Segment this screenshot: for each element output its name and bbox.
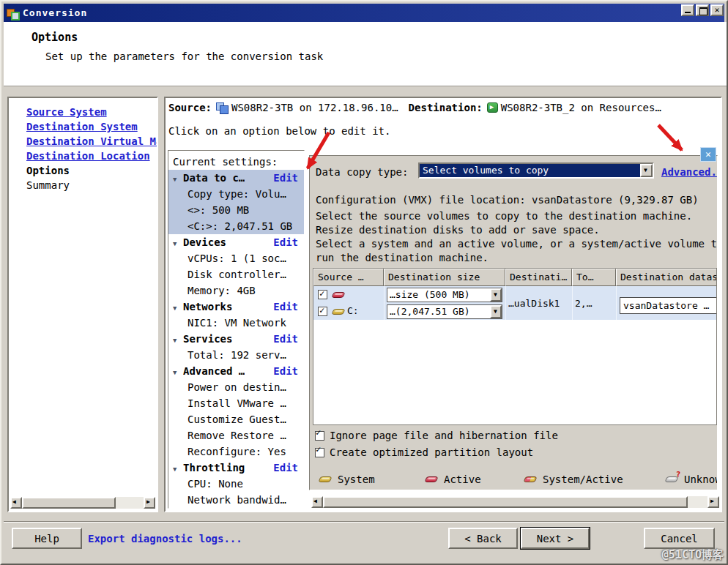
settings-row[interactable]: CPU: None [168, 476, 304, 492]
edit-link[interactable]: Edit [273, 365, 298, 377]
destination-label: Destination: [409, 102, 483, 113]
help-button[interactable]: Help [12, 528, 82, 549]
edit-link[interactable]: Edit [273, 333, 298, 345]
data-copy-type-value: Select volumes to copy [423, 165, 549, 176]
optimized-partition-option: Create optimized partition layout [315, 446, 533, 458]
destination-size-dropdown[interactable]: …size (500 MB) [387, 288, 502, 302]
scroll-left-icon[interactable] [10, 497, 22, 509]
column-header-source[interactable]: Source … [313, 269, 384, 286]
settings-row[interactable]: Power on destin… [168, 379, 304, 395]
settings-row-advanced[interactable]: Advanced … Edit [168, 363, 304, 379]
settings-row[interactable]: <>: 500 MB [168, 202, 304, 218]
scroll-left-icon[interactable] [311, 496, 323, 508]
volume-checkbox[interactable] [318, 290, 327, 299]
description-line: Select the source volumes to copy to the… [316, 210, 692, 222]
settings-row-data-to-copy[interactable]: Data to c… Edit [168, 170, 304, 186]
data-copy-type-select[interactable]: Select volumes to copy [418, 162, 654, 179]
sidebar-item-destination-system[interactable]: Destination System [26, 121, 138, 132]
window-title: Conversion [23, 7, 87, 18]
sidebar-item-source-system[interactable]: Source System [26, 106, 107, 118]
sidebar-item-options: Options [9, 163, 157, 178]
source-value: WS08R2-3TB on 172.18.96.10… [231, 102, 398, 113]
source-label: Source: [168, 102, 212, 113]
settings-row[interactable]: Total: 192 serv… [168, 347, 304, 363]
scroll-right-icon[interactable] [707, 496, 719, 508]
chevron-down-icon[interactable] [490, 288, 502, 302]
sidebar-item-destination-location[interactable]: Destination Location [26, 150, 150, 162]
settings-row[interactable]: Copy type: Volu… [168, 186, 304, 202]
edit-link[interactable]: Edit [273, 172, 298, 184]
source-destination-row: Source: WS08R2-3TB on 172.18.96.10… Dest… [168, 101, 661, 114]
watermark: @51CTO博客 [662, 548, 724, 562]
edit-link[interactable]: Edit [273, 236, 298, 248]
sidebar-item-destination-virtual-machine[interactable]: Destination Virtual Machine [26, 135, 157, 147]
chevron-down-icon[interactable] [490, 305, 502, 318]
legend-system-active: System/Active [524, 474, 623, 485]
settings-row[interactable]: vCPUs: 1 (1 soc… [168, 250, 304, 266]
column-header-destination-disk[interactable]: Destinati… [505, 269, 572, 286]
settings-row-services[interactable]: Services Edit [168, 331, 304, 347]
scrollbar-thumb[interactable] [323, 496, 688, 508]
destination-size-dropdown[interactable]: …(2,047.51 GB) [387, 304, 502, 319]
settings-row[interactable]: Memory: 4GB [168, 282, 304, 299]
export-diagnostic-logs-link[interactable]: Export diagnostic logs... [88, 533, 242, 545]
destination-datastore-select[interactable]: vsanDatastore … [620, 297, 717, 314]
edit-link[interactable]: Edit [273, 301, 298, 313]
settings-row-throttling[interactable]: Throttling Edit [168, 460, 304, 476]
minimize-icon[interactable] [681, 4, 694, 16]
volume-checkbox[interactable] [318, 307, 327, 316]
options-horizontal-scrollbar[interactable] [311, 496, 719, 508]
back-button[interactable]: < Back [448, 528, 518, 549]
edit-link[interactable]: Edit [273, 462, 298, 474]
advanced-link[interactable]: Advanced. [661, 166, 717, 178]
description-line: Resize destination disks to add or save … [316, 224, 600, 236]
settings-row[interactable]: Remove Restore … [168, 427, 304, 444]
legend-unknown: Unknown [666, 474, 718, 485]
system-volume-icon [318, 476, 332, 482]
destination-disk-cell: …ualDisk1 [508, 286, 571, 320]
collapse-triangle-icon [173, 462, 183, 474]
chevron-down-icon[interactable] [640, 164, 653, 177]
close-options-icon[interactable] [700, 147, 716, 162]
ignore-pagefile-checkbox[interactable] [315, 431, 324, 441]
scrollbar-thumb[interactable] [22, 497, 116, 509]
settings-row[interactable]: Disk controller… [168, 266, 304, 282]
unknown-volume-icon [664, 476, 678, 482]
scroll-right-icon[interactable] [144, 497, 155, 509]
legend-system: System [319, 474, 375, 485]
column-header-destination-size[interactable]: Destination size [384, 269, 505, 286]
optimized-partition-checkbox[interactable] [315, 448, 324, 457]
maximize-icon[interactable] [696, 4, 709, 16]
data-copy-type-label: Data copy type: [316, 166, 408, 178]
cancel-button[interactable]: Cancel [644, 528, 715, 549]
settings-row[interactable]: Reconfigure: Yes [168, 444, 304, 460]
settings-row[interactable]: Customize Guest… [168, 411, 304, 427]
virtual-machine-icon [487, 102, 498, 113]
legend-active: Active [426, 474, 481, 485]
total-cell: 2,… [575, 286, 614, 320]
description-line: Select a system and an active volume, or… [316, 238, 717, 250]
close-icon[interactable] [710, 4, 724, 16]
description-line: run the destination machine. [316, 252, 489, 263]
column-header-destination-datastore[interactable]: Destination datastore [616, 269, 717, 286]
scrollbar-track[interactable] [22, 497, 144, 509]
sidebar-horizontal-scrollbar[interactable] [10, 497, 155, 509]
footer-divider [4, 521, 724, 523]
page-subtitle: Set up the parameters for the conversion… [45, 50, 323, 62]
settings-row-networks[interactable]: Networks Edit [168, 299, 304, 315]
next-button[interactable]: Next > [521, 528, 590, 549]
column-header-total[interactable]: To… [572, 269, 616, 286]
vmx-location-text: Configuration (VMX) file location: vsanD… [316, 194, 699, 206]
settings-row[interactable]: Install VMware … [168, 395, 304, 411]
settings-row[interactable]: <C:>: 2,047.51 GB [168, 218, 304, 234]
titlebar[interactable]: Conversion [4, 4, 724, 22]
instruction-text: Click on an option below to edit it. [168, 125, 390, 137]
settings-row[interactable]: NIC1: VM Network [168, 315, 304, 331]
physical-machine-icon [216, 102, 229, 113]
active-volume-icon [424, 476, 438, 482]
drive-letter: C: [347, 305, 359, 316]
settings-row-devices[interactable]: Devices Edit [168, 234, 304, 250]
scrollbar-track[interactable] [323, 496, 707, 508]
settings-row[interactable]: Network bandwid… [168, 492, 304, 508]
destination-value: WS08R2-3TB_2 on Resources… [501, 102, 661, 113]
